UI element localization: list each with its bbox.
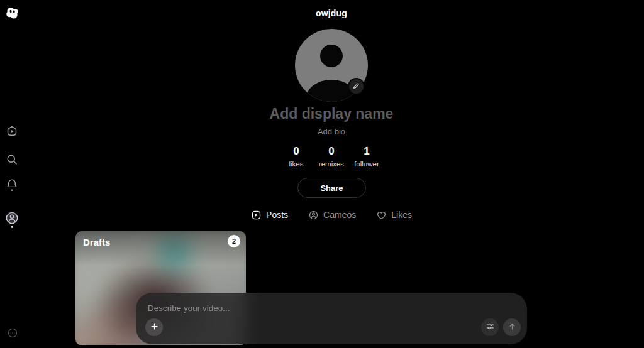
home-play-icon [6, 125, 18, 138]
app-window: owjdug Add display name Add bio 0 likes [0, 0, 644, 348]
arrow-up-icon [508, 322, 517, 333]
tab-posts-label: Posts [266, 210, 288, 220]
heart-icon [376, 210, 387, 220]
share-button[interactable]: Share [297, 178, 366, 198]
sidebar-item-profile[interactable] [5, 211, 19, 225]
stat-follower-value: 1 [349, 145, 384, 158]
drafts-count-badge: 2 [228, 235, 240, 247]
stat-remixes-label: remixes [314, 160, 349, 168]
sidebar-item-more-options[interactable] [7, 327, 18, 339]
profile-tabs: Posts Cameos Likes [135, 207, 528, 222]
cloud-face-logo-icon [4, 6, 21, 22]
add-bio-text[interactable]: Add bio [135, 127, 528, 136]
add-attachment-button[interactable] [145, 318, 163, 336]
add-display-name-text[interactable]: Add display name [135, 106, 528, 122]
notifications-bell-icon [6, 178, 18, 193]
stat-follower-label: follower [349, 160, 384, 168]
stat-follower: 1 follower [349, 145, 384, 168]
submit-prompt-button[interactable] [503, 318, 521, 336]
sidebar-item-search[interactable] [6, 153, 18, 166]
edit-avatar-button[interactable] [348, 78, 365, 95]
sidebar-item-notifications[interactable] [6, 178, 18, 193]
search-icon [6, 153, 18, 166]
video-settings-button[interactable] [481, 318, 499, 336]
tab-likes[interactable]: Likes [372, 207, 416, 222]
stat-remixes: 0 remixes [314, 145, 349, 168]
profile-stats: 0 likes 0 remixes 1 follower [279, 145, 384, 168]
profile-avatar-icon [5, 211, 19, 225]
play-square-icon [251, 210, 262, 220]
drafts-title: Drafts [83, 237, 110, 247]
plus-icon [150, 322, 159, 333]
prompt-input[interactable]: Describe your video... [148, 303, 515, 313]
person-circle-icon [308, 210, 319, 220]
active-page-indicator-dot [11, 226, 14, 228]
stat-likes: 0 likes [279, 145, 314, 168]
more-options-icon [7, 327, 18, 339]
stat-likes-value: 0 [279, 145, 314, 158]
tab-likes-label: Likes [391, 210, 412, 220]
tab-cameos[interactable]: Cameos [304, 207, 360, 222]
stat-likes-label: likes [279, 160, 314, 168]
app-logo[interactable] [4, 6, 21, 22]
pencil-icon [352, 82, 360, 92]
tab-cameos-label: Cameos [323, 210, 356, 220]
profile-username: owjdug [135, 8, 528, 18]
sidebar-item-home-feed[interactable] [6, 125, 18, 138]
stat-remixes-value: 0 [314, 145, 349, 158]
person-silhouette-icon [320, 45, 343, 67]
video-prompt-composer[interactable]: Describe your video... [136, 293, 527, 344]
sliders-icon [486, 322, 495, 333]
tab-posts[interactable]: Posts [247, 207, 292, 222]
